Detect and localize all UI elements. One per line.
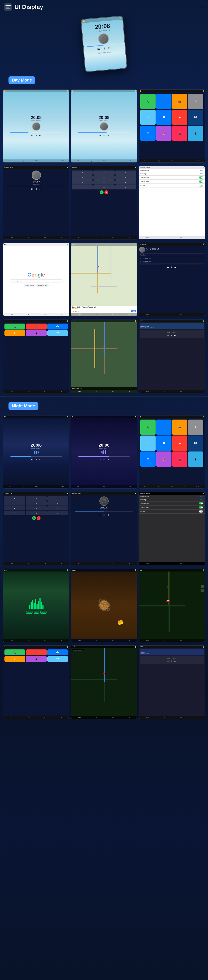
night-auto-answer-toggle[interactable] xyxy=(199,502,203,504)
day-screen-bt-music: Bluetooth_Music🔋 🎵 Music Title Music Alb… xyxy=(3,166,69,239)
night-app-radio[interactable]: 📻 xyxy=(156,452,172,467)
day-mode-grid-row1: 📶🔋 20:08 Sunday, January 1 🎵 ⏮ ⏸ ⏭ SMAL📞… xyxy=(0,88,208,164)
auto-answer-toggle[interactable] xyxy=(199,177,203,178)
app-video[interactable]: 🎬 xyxy=(172,126,188,141)
day-mode-grid-row3: ◀ ▶🔋 Google Search or type URL Google Se… xyxy=(0,241,208,318)
app-phone[interactable]: 📞 xyxy=(140,94,156,109)
carplay-messages[interactable]: 💬 xyxy=(47,323,68,329)
header: UI Display ≡ xyxy=(0,0,208,13)
local-music-header: LocalMusic xyxy=(140,244,146,245)
google-logo: Google xyxy=(27,272,45,278)
night-carplay-music[interactable]: 🎵 xyxy=(26,649,47,655)
night-bt-call-header: Bluetooth_Call xyxy=(4,493,12,494)
night-bt-music-artist: Music Artist xyxy=(101,509,107,511)
power-toggle[interactable] xyxy=(199,185,203,187)
day-mode-grid-row4: 11:54🔋 📞 🎵 💬 🎙 📱 🗺 SMAL📞GPS⚙ xyxy=(0,318,208,395)
night-power-toggle[interactable] xyxy=(199,511,203,512)
day-mode-label: Day Mode xyxy=(8,76,35,84)
settings-auto-connect[interactable]: Auto connect xyxy=(139,180,205,184)
day-screen-bt-call: Bluetooth_Call🔋 1 2 3 4 5 6 7 8 9 * 0 xyxy=(71,166,137,239)
nav-instruction: Start on Conipher Road xyxy=(140,327,203,328)
bottom-spacer xyxy=(0,721,208,729)
section-divider xyxy=(0,396,208,397)
app-nav[interactable]: 🗺 xyxy=(140,126,156,141)
app-telegram[interactable]: ✈ xyxy=(140,110,156,125)
night-app-settings[interactable]: ⚙ xyxy=(188,420,203,435)
night-bt-music-header: Bluetooth_Music xyxy=(72,493,81,494)
app-settings[interactable]: ⚙ xyxy=(188,94,203,109)
app-youtube[interactable]: ▶ xyxy=(172,110,188,125)
night-auto-connect[interactable]: Auto connect xyxy=(139,506,205,509)
google-search-placeholder[interactable]: Search or type URL xyxy=(11,280,22,282)
night-screen-music-2: 📶🔋 20:08 Sunday, January 1 xyxy=(71,415,137,488)
night-carplay-podcast[interactable]: 🎙 xyxy=(5,656,25,662)
night-auto-answer[interactable]: Auto answer xyxy=(139,501,205,506)
day-subtitle-1: Sunday, January 1 xyxy=(31,120,42,121)
carplay-maps[interactable]: 🗺 xyxy=(47,330,68,336)
hamburger-icon[interactable]: ≡ xyxy=(201,4,204,10)
night-power[interactable]: Power xyxy=(139,509,205,514)
restaurant-name: Sunny Coffee Western Restaurant xyxy=(72,306,136,308)
night-mode-grid-row3: 11:54🔋 xyxy=(0,567,208,644)
hero-screen: 📶🔋 20:08 Sunday, January 1 🎵 ⏮ ⏸ ⏭ SMAL … xyxy=(81,16,127,72)
night-app-wechat[interactable]: 💬 xyxy=(156,436,172,451)
night-app-video[interactable]: 🎬 xyxy=(172,452,188,467)
night-app-music[interactable]: 🎵 xyxy=(156,420,172,435)
day-screen-bt-settings: Bluetooth_Settings⬅ Device nameCarBT Dev… xyxy=(139,166,205,239)
night-screen-food: Camera🔋 🥘 🤲 SMAL📞GPS⚙ xyxy=(71,569,137,642)
night-carplay-app[interactable]: 📱 xyxy=(26,656,47,662)
bt-music-title: Music Title xyxy=(33,181,40,182)
restaurant-address: Palo Alto, CA xyxy=(72,310,79,312)
settings-auto-answer[interactable]: Auto answer xyxy=(139,176,205,180)
hero-device: 📶🔋 20:08 Sunday, January 1 🎵 ⏮ ⏸ ⏭ SMAL … xyxy=(80,16,128,72)
night-mode-grid-row1: 📶🔋 20:08 Sunday, January 1 xyxy=(0,414,208,490)
night-screen-bt-music: Bluetooth_Music🔋 🎵 Music Title Music Alb… xyxy=(71,492,137,565)
night-screen-apps: 📶🔋 📞 🎵 📷 ⚙ ✈ 💬 ▶ BT 🗺 📻 🎬 xyxy=(139,415,205,488)
settings-header: Bluetooth_Settings xyxy=(140,167,150,168)
app-bt[interactable]: BT xyxy=(188,110,203,125)
settings-device-pin: Device pin0000 xyxy=(139,172,205,176)
night-screen-carplay-np: 18:53🔋 ↑ Start on Conipher Road Not Play… xyxy=(139,645,205,719)
night-carplay-maps[interactable]: 🗺 xyxy=(47,656,68,662)
restaurant-stars: ★★★★ xyxy=(72,308,136,310)
night-app-phone[interactable]: 📞 xyxy=(140,420,156,435)
day-screen-carplay-music: 18:53🔋 ↑ Conipher Road Start on Conipher… xyxy=(139,320,205,393)
app-music[interactable]: 🎵 xyxy=(156,94,172,109)
go-button[interactable]: GO xyxy=(131,310,136,312)
carplay-app[interactable]: 📱 xyxy=(26,330,47,336)
carplay-phone[interactable]: 📞 xyxy=(5,323,25,329)
night-app-youtube[interactable]: ▶ xyxy=(172,436,188,451)
night-screen-carplay-home: 11:54🔋 📞 🎵 💬 🎙 📱 🗺 SMAL📞GPS⚙ xyxy=(3,645,69,719)
app-other[interactable]: 📱 xyxy=(188,126,203,141)
app-wechat[interactable]: 💬 xyxy=(156,110,172,125)
settings-power[interactable]: Power xyxy=(139,184,205,188)
settings-device-name: Device nameCarBT xyxy=(139,169,205,172)
carplay-podcast[interactable]: 🎙 xyxy=(5,330,25,336)
night-app-telegram[interactable]: ✈ xyxy=(140,436,156,451)
night-auto-connect-toggle[interactable] xyxy=(199,506,203,509)
night-screen-road-map: Nav🔋 ↑ 🚗 + − xyxy=(139,569,205,642)
night-device-name: Device nameCarBT xyxy=(139,495,205,498)
night-carplay-phone[interactable]: 📞 xyxy=(5,649,25,655)
day-mode-grid-row2: Bluetooth_Music🔋 🎵 Music Title Music Alb… xyxy=(0,164,208,241)
eta-time: 18:16 ETA xyxy=(72,388,79,389)
night-bt-music-title: Music Title xyxy=(100,507,107,508)
auto-connect-toggle[interactable] xyxy=(199,180,203,183)
menu-icon[interactable] xyxy=(4,3,12,11)
day-screen-carplay-nav: 18:53🔋 🚗 18:16 ETA 9.0 mi SMAL� xyxy=(71,320,137,393)
app-radio[interactable]: 📻 xyxy=(156,126,172,141)
night-app-bt[interactable]: BT xyxy=(188,436,203,451)
day-screen-google: ◀ ▶🔋 Google Search or type URL Google Se… xyxy=(3,243,69,316)
app-photos[interactable]: 📷 xyxy=(172,94,188,109)
night-app-nav[interactable]: 🗺 xyxy=(140,452,156,467)
night-settings-header: Bluetooth_Settings xyxy=(140,493,150,494)
night-app-photos[interactable]: 📷 xyxy=(172,420,188,435)
day-screen-map: Maps🔋 📍 Sunny Coffee Western Restaurant xyxy=(71,243,137,316)
day-screen-apps: 📶🔋 📞 🎵 📷 ⚙ ✈ 💬 ▶ BT 🗺 📻 🎬 xyxy=(139,89,205,162)
day-screen-carplay-home: 11:54🔋 📞 🎵 💬 🎙 📱 🗺 SMAL📞GPS⚙ xyxy=(3,320,69,393)
night-mode-label: Night Mode xyxy=(8,402,38,410)
night-carplay-messages[interactable]: 💬 xyxy=(47,649,68,655)
hero-section: 📶🔋 20:08 Sunday, January 1 🎵 ⏮ ⏸ ⏭ SMAL … xyxy=(0,13,208,73)
carplay-music[interactable]: 🎵 xyxy=(26,323,47,329)
night-app-other[interactable]: 📱 xyxy=(188,452,203,467)
